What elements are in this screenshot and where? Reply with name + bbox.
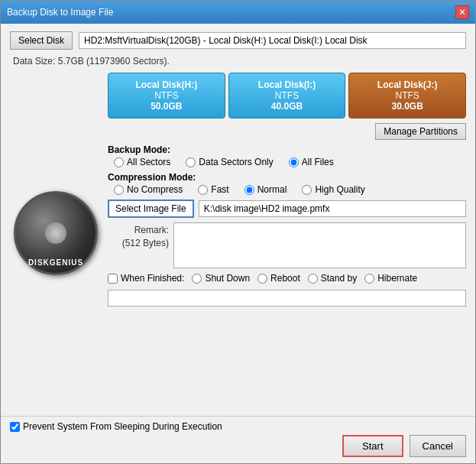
when-finished-checkbox-group: When Finished: — [108, 273, 184, 284]
data-size-value: 5.7GB (11973960 Sectors). — [58, 56, 170, 67]
finish-hibernate-label: Hibernate — [377, 273, 417, 284]
remark-label: Remark: (512 Bytes) — [108, 222, 169, 268]
partition-card-h[interactable]: Local Disk(H:) NTFS 50.0GB — [108, 73, 225, 118]
backup-all-files-label: All Files — [302, 157, 334, 167]
manage-partitions-button[interactable]: Manage Partitions — [375, 123, 466, 140]
backup-mode-label: Backup Mode: — [108, 144, 466, 155]
disk-label: HD2:MsftVirtualDisk(120GB) - Local Disk(… — [79, 32, 466, 49]
partition-card-j[interactable]: Local Disk(J:) NTFS 30.0GB — [348, 73, 466, 118]
close-button[interactable]: ✕ — [455, 5, 469, 19]
compression-mode-options: No Compress Fast Normal High Qualit — [108, 184, 466, 195]
bottom-section: Prevent System From Sleeping During Exec… — [1, 416, 475, 463]
compress-fast-radio[interactable] — [198, 185, 208, 195]
compress-none-label: No Compress — [127, 184, 183, 195]
when-finished-checkbox[interactable] — [108, 274, 118, 284]
when-finished-label: When Finished: — [121, 273, 184, 284]
backup-data-sectors[interactable]: Data Sectors Only — [186, 157, 273, 167]
select-disk-row: Select Disk HD2:MsftVirtualDisk(120GB) -… — [10, 31, 466, 50]
partition-h-name: Local Disk(H:) — [113, 79, 220, 90]
compress-high-radio[interactable] — [302, 185, 312, 195]
remark-textarea[interactable] — [173, 222, 466, 268]
finish-standby-label: Stand by — [321, 273, 357, 284]
finish-reboot-radio[interactable] — [257, 274, 267, 284]
finish-shut-down-radio[interactable] — [192, 274, 202, 284]
finish-shut-down-label: Shut Down — [205, 273, 250, 284]
prevent-sleep-checkbox[interactable] — [10, 422, 20, 432]
compress-normal-radio[interactable] — [244, 185, 254, 195]
partition-i-name: Local Disk(I:) — [234, 79, 341, 90]
remark-title: Remark: — [134, 225, 169, 235]
when-finished-row: When Finished: Shut Down Reboot Stand by — [108, 273, 466, 284]
finish-shut-down[interactable]: Shut Down — [192, 273, 250, 284]
right-panel: Local Disk(H:) NTFS 50.0GB Local Disk(I:… — [108, 73, 466, 408]
partition-j-fs: NTFS — [354, 90, 461, 101]
start-button[interactable]: Start — [342, 435, 403, 457]
progress-bar — [108, 290, 466, 307]
cancel-button[interactable]: Cancel — [410, 435, 466, 457]
backup-all-sectors-label: All Sectors — [127, 157, 170, 167]
compress-high-label: High Quality — [315, 184, 364, 195]
compress-high[interactable]: High Quality — [302, 184, 364, 195]
partition-card-i[interactable]: Local Disk(I:) NTFS 40.0GB — [228, 73, 346, 118]
partition-i-fs: NTFS — [234, 90, 341, 101]
compression-mode-label: Compression Mode: — [108, 172, 466, 183]
window-title: Backup Disk to Image File — [7, 7, 113, 18]
backup-mode-section: Backup Mode: All Sectors Data Sectors On… — [108, 144, 466, 167]
prevent-sleep-row: Prevent System From Sleeping During Exec… — [10, 421, 466, 432]
backup-all-files-radio[interactable] — [289, 157, 299, 167]
partition-j-name: Local Disk(J:) — [354, 79, 461, 90]
compression-mode-section: Compression Mode: No Compress Fast No — [108, 172, 466, 195]
partition-j-size: 30.0GB — [354, 101, 461, 112]
data-size-row: Data Size: 5.7GB (11973960 Sectors). — [10, 56, 466, 67]
disk-art-label: DISKGENIUS — [16, 258, 96, 267]
finish-reboot-label: Reboot — [270, 273, 300, 284]
finish-hibernate[interactable]: Hibernate — [364, 273, 417, 284]
action-buttons-row: Start Cancel — [10, 435, 466, 457]
partition-h-size: 50.0GB — [113, 101, 220, 112]
content-area: Select Disk HD2:MsftVirtualDisk(120GB) -… — [1, 24, 475, 416]
compress-fast[interactable]: Fast — [198, 184, 228, 195]
compress-fast-label: Fast — [211, 184, 228, 195]
image-file-row: Select Image File — [108, 200, 466, 218]
title-bar: Backup Disk to Image File ✕ — [1, 1, 475, 24]
manage-btn-row: Manage Partitions — [108, 123, 466, 140]
backup-all-sectors-radio[interactable] — [114, 157, 124, 167]
select-image-file-button[interactable]: Select Image File — [108, 200, 194, 218]
compress-none-radio[interactable] — [114, 185, 124, 195]
select-disk-button[interactable]: Select Disk — [10, 31, 73, 50]
partition-i-size: 40.0GB — [234, 101, 341, 112]
finish-hibernate-radio[interactable] — [364, 274, 374, 284]
disk-art-container: DISKGENIUS — [14, 191, 98, 290]
backup-mode-options: All Sectors Data Sectors Only All Files — [108, 157, 466, 167]
backup-data-sectors-label: Data Sectors Only — [199, 157, 273, 167]
backup-all-sectors[interactable]: All Sectors — [114, 157, 170, 167]
main-layout: DISKGENIUS Local Disk(H:) NTFS 50.0GB Lo… — [10, 73, 466, 408]
disk-art-icon: DISKGENIUS — [14, 191, 98, 275]
finish-standby-radio[interactable] — [308, 274, 318, 284]
finish-reboot[interactable]: Reboot — [257, 273, 300, 284]
main-window: Backup Disk to Image File ✕ Select Disk … — [0, 0, 476, 464]
disk-image-area: DISKGENIUS — [10, 73, 102, 408]
prevent-sleep-label: Prevent System From Sleeping During Exec… — [23, 421, 222, 432]
backup-data-sectors-radio[interactable] — [186, 157, 196, 167]
compress-normal-label: Normal — [257, 184, 287, 195]
compress-none[interactable]: No Compress — [114, 184, 183, 195]
backup-all-files[interactable]: All Files — [289, 157, 334, 167]
remark-sublabel: (512 Bytes) — [122, 238, 169, 248]
data-size-label: Data Size: — [13, 56, 55, 67]
partition-h-fs: NTFS — [113, 90, 220, 101]
image-file-input[interactable] — [199, 200, 466, 217]
partitions-row: Local Disk(H:) NTFS 50.0GB Local Disk(I:… — [108, 73, 466, 118]
compress-normal[interactable]: Normal — [244, 184, 287, 195]
remark-row: Remark: (512 Bytes) — [108, 222, 466, 268]
finish-standby[interactable]: Stand by — [308, 273, 357, 284]
